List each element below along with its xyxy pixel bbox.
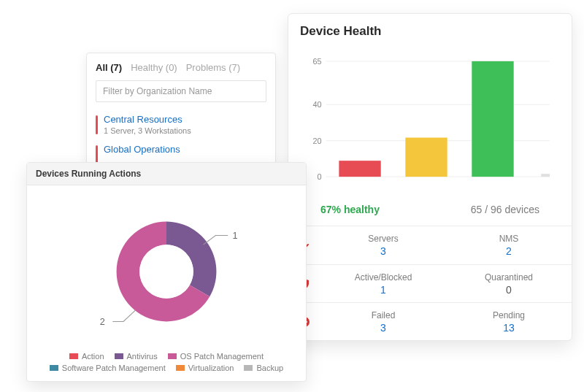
legend-item: Backup bbox=[244, 364, 283, 372]
cell-value: 2 bbox=[446, 245, 572, 257]
legend-item: Antivirus bbox=[115, 352, 158, 361]
status-bar-icon bbox=[96, 115, 98, 134]
svg-rect-8 bbox=[541, 174, 550, 177]
quarantined-cell[interactable]: Quarantined 0 bbox=[446, 268, 572, 300]
cell-value: 13 bbox=[446, 322, 572, 334]
svg-point-10 bbox=[139, 245, 193, 299]
cell-label: Active/Blocked bbox=[320, 272, 446, 283]
svg-text:65: 65 bbox=[313, 57, 322, 66]
bar-unhealthy bbox=[339, 161, 380, 177]
failed-cell[interactable]: Failed 3 bbox=[320, 306, 446, 338]
cell-label: Failed bbox=[320, 310, 446, 320]
cell-value: 0 bbox=[446, 284, 572, 296]
health-row: Failed 3 Pending 13 bbox=[288, 302, 572, 340]
cell-value: 1 bbox=[320, 284, 446, 296]
device-count: 65 / 96 devices bbox=[471, 204, 539, 215]
cell-label: NMS bbox=[446, 234, 572, 244]
health-row: Active/Blocked 1 Quarantined 0 bbox=[288, 264, 572, 302]
org-name: Global Operations bbox=[104, 144, 180, 155]
org-filter-input[interactable]: Filter by Organization Name bbox=[96, 80, 266, 102]
org-item[interactable]: Central Resources 1 Server, 3 Workstatio… bbox=[87, 109, 275, 139]
donut-legend: Action Antivirus OS Patch Management Sof… bbox=[27, 349, 306, 372]
health-row: Servers 3 NMS 2 bbox=[288, 226, 572, 264]
legend-item: Virtualization bbox=[176, 364, 234, 372]
devices-running-actions-panel: Devices Running Actions 1 2 Acti bbox=[26, 162, 307, 382]
svg-text:20: 20 bbox=[313, 137, 322, 145]
legend-item: Action bbox=[69, 352, 104, 361]
svg-text:0: 0 bbox=[318, 172, 322, 181]
nms-cell[interactable]: NMS 2 bbox=[446, 229, 572, 261]
active-blocked-cell[interactable]: Active/Blocked 1 bbox=[320, 268, 446, 300]
panel-title: Devices Running Actions bbox=[27, 163, 306, 185]
cell-label: Quarantined bbox=[446, 272, 572, 283]
svg-text:40: 40 bbox=[313, 100, 322, 109]
cell-label: Servers bbox=[320, 234, 446, 244]
callout-antivirus: 1 bbox=[233, 231, 238, 241]
cell-value: 3 bbox=[320, 245, 446, 257]
organizations-panel: All (7) Healthy (0) Problems (7) Filter … bbox=[86, 53, 276, 180]
device-health-panel: Device Health 0 20 40 65 67% h bbox=[288, 13, 572, 341]
panel-title: Device Health bbox=[288, 14, 572, 46]
tab-all[interactable]: All (7) bbox=[96, 62, 122, 73]
bar-healthy bbox=[472, 61, 513, 177]
health-summary: 67% healthy 65 / 96 devices bbox=[288, 199, 572, 226]
health-breakdown: Servers 3 NMS 2 Active/Blocked 1 Quarant… bbox=[288, 226, 572, 340]
org-name: Central Resources bbox=[104, 114, 191, 125]
tab-healthy[interactable]: Healthy (0) bbox=[131, 62, 177, 73]
org-subtitle: 1 Server, 3 Workstations bbox=[104, 126, 191, 135]
donut-chart: 1 2 bbox=[72, 199, 261, 345]
cell-label: Pending bbox=[446, 310, 572, 320]
device-health-bar-chart: 0 20 40 65 bbox=[288, 46, 572, 199]
servers-cell[interactable]: Servers 3 bbox=[320, 229, 446, 261]
healthy-percent: 67% healthy bbox=[320, 204, 380, 215]
cell-value: 3 bbox=[320, 322, 446, 334]
bar-needs-attention bbox=[405, 138, 447, 177]
legend-item: OS Patch Management bbox=[168, 352, 264, 361]
callout-os-patch: 2 bbox=[100, 317, 105, 327]
pending-cell[interactable]: Pending 13 bbox=[446, 306, 572, 338]
legend-item: Software Patch Management bbox=[50, 364, 166, 372]
tab-problems[interactable]: Problems (7) bbox=[186, 62, 240, 73]
org-tabs: All (7) Healthy (0) Problems (7) bbox=[87, 61, 275, 80]
